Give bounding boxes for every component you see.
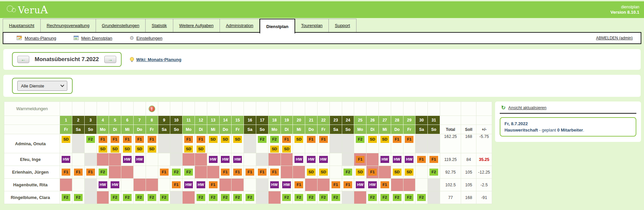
roster-cell-day-21[interactable]: F1 — [305, 134, 318, 153]
tab-support[interactable]: Support — [329, 19, 356, 32]
roster-cell-day-14[interactable] — [219, 179, 232, 191]
shift-chip-HW[interactable]: HW — [233, 156, 242, 163]
roster-cell-day-20[interactable]: HW — [293, 153, 305, 166]
roster-cell-day-31[interactable] — [428, 179, 440, 191]
roster-cell-day-28[interactable]: F1 — [391, 134, 403, 153]
roster-cell-day-25[interactable]: HW — [354, 179, 366, 191]
roster-cell-day-22[interactable] — [317, 179, 329, 191]
tab-statistik[interactable]: Statistik — [146, 19, 173, 32]
roster-cell-day-30[interactable] — [415, 179, 428, 191]
roster-cell-day-15[interactable] — [232, 179, 244, 191]
roster-cell-day-10[interactable]: F2 — [170, 166, 183, 179]
roster-cell-day-17[interactable]: F2 — [256, 134, 268, 153]
roster-cell-day-27[interactable]: F1 — [378, 179, 391, 191]
shift-chip-SD[interactable]: SD — [221, 136, 230, 143]
roster-cell-day-21[interactable] — [305, 179, 318, 191]
shift-chip-F2[interactable]: F2 — [331, 194, 340, 201]
shift-chip-F1[interactable]: F1 — [380, 181, 389, 188]
shift-chip-F1[interactable]: F1 — [246, 169, 254, 176]
shift-chip-HW[interactable]: HW — [405, 156, 413, 163]
shift-chip-SD[interactable]: SD — [380, 136, 389, 143]
shift-chip-HW[interactable]: HW — [380, 156, 389, 163]
roster-cell-day-24[interactable] — [342, 134, 354, 153]
shift-chip-F2[interactable]: F2 — [270, 136, 279, 143]
tab-grundeinstellungen[interactable]: Grundeinstellungen — [96, 19, 146, 32]
shift-chip-F1[interactable]: F1 — [258, 169, 267, 176]
shift-chip-F1[interactable]: F1 — [343, 181, 352, 188]
logout-link[interactable]: ABMELDEN (admin) — [596, 36, 633, 40]
shift-chip-SD[interactable]: SD — [405, 169, 413, 176]
roster-cell-day-12[interactable] — [195, 153, 207, 166]
shift-chip-F2[interactable]: F2 — [74, 194, 83, 201]
roster-cell-day-4[interactable] — [97, 191, 109, 204]
refresh-link[interactable]: Ansicht aktualisieren — [508, 106, 547, 110]
roster-cell-day-11[interactable]: HW — [183, 179, 195, 191]
wiki-link[interactable]: Wiki: Monats-Planung — [136, 57, 182, 62]
roster-cell-day-18[interactable]: HW — [268, 179, 281, 191]
shift-chip-SD[interactable]: SD — [209, 136, 218, 143]
roster-cell-day-1[interactable]: SD — [60, 134, 72, 153]
roster-cell-day-11[interactable] — [183, 191, 195, 204]
next-month-button[interactable]: → — [104, 56, 116, 63]
shift-chip-HW[interactable]: HW — [209, 156, 218, 163]
roster-cell-day-12[interactable]: HW — [195, 179, 207, 191]
roster-cell-day-2[interactable] — [72, 179, 85, 191]
roster-cell-day-31[interactable]: F1 — [428, 153, 440, 166]
roster-cell-day-15[interactable]: SD — [232, 134, 244, 153]
roster-cell-day-21[interactable]: SD — [305, 166, 318, 179]
roster-cell-day-6[interactable]: F2 — [121, 191, 134, 204]
roster-cell-day-13[interactable]: SD — [207, 134, 219, 153]
roster-cell-day-7[interactable]: F2 — [134, 191, 146, 204]
shift-chip-F1[interactable]: F1 — [172, 181, 181, 188]
shift-chip-F2[interactable]: F2 — [319, 194, 328, 201]
shift-chip-F2[interactable]: F2 — [258, 136, 267, 143]
roster-cell-day-15[interactable]: HW — [232, 153, 244, 166]
roster-cell-day-4[interactable]: F1SD — [97, 134, 109, 153]
tab-weitere-aufgaben[interactable]: Weitere Aufgaben — [173, 19, 220, 32]
roster-cell-day-5[interactable]: F1SD — [109, 134, 121, 153]
roster-cell-day-30[interactable]: F2 — [415, 191, 428, 204]
shift-chip-F1[interactable]: F1 — [197, 136, 205, 143]
shift-chip-F2[interactable]: F2 — [417, 194, 426, 201]
shift-chip-SD[interactable]: SD — [319, 169, 328, 176]
roster-cell-day-16[interactable] — [244, 134, 256, 153]
roster-cell-day-11[interactable]: F2 — [183, 166, 195, 179]
roster-cell-day-9[interactable] — [158, 134, 170, 153]
shift-chip-HW[interactable]: HW — [393, 156, 401, 163]
roster-cell-day-16[interactable] — [244, 179, 256, 191]
shift-chip-F2[interactable]: F2 — [99, 169, 107, 176]
shift-chip-HW[interactable]: HW — [356, 181, 364, 188]
roster-cell-day-20[interactable]: SD — [293, 134, 305, 153]
shift-chip-F1[interactable]: F1 — [148, 136, 156, 143]
roster-cell-day-2[interactable]: F1 — [72, 166, 85, 179]
roster-cell-day-31[interactable] — [428, 134, 440, 153]
roster-cell-day-6[interactable] — [121, 179, 134, 191]
tab-hauptansicht[interactable]: Hauptansicht — [3, 19, 41, 32]
shift-chip-HW[interactable]: HW — [99, 181, 107, 188]
roster-cell-day-7[interactable] — [134, 179, 146, 191]
roster-cell-day-2[interactable] — [72, 134, 85, 153]
shift-chip-F1[interactable]: F1 — [295, 181, 303, 188]
shift-chip-SD[interactable]: SD — [282, 146, 291, 153]
shift-chip-SD[interactable]: SD — [184, 146, 193, 153]
shift-chip-F2[interactable]: F2 — [307, 194, 316, 201]
roster-cell-day-3[interactable] — [84, 191, 97, 204]
roster-cell-day-13[interactable]: F1 — [207, 179, 219, 191]
roster-cell-day-16[interactable] — [244, 153, 256, 166]
shift-chip-F1[interactable]: F1 — [135, 136, 144, 143]
roster-cell-day-26[interactable] — [366, 153, 379, 166]
roster-cell-day-5[interactable]: F2 — [109, 191, 121, 204]
roster-cell-day-31[interactable] — [428, 191, 440, 204]
roster-cell-day-5[interactable] — [109, 166, 121, 179]
roster-cell-day-24[interactable]: F2 — [342, 166, 354, 179]
shift-chip-F1[interactable]: F1 — [282, 136, 291, 143]
shift-chip-F1[interactable]: F1 — [405, 136, 413, 143]
shift-chip-HW[interactable]: HW — [135, 156, 144, 163]
einstellungen-link[interactable]: Einstellungen — [136, 36, 162, 41]
roster-cell-day-19[interactable]: F2 — [281, 191, 293, 204]
roster-cell-day-31[interactable]: F2 — [428, 166, 440, 179]
shift-chip-F1[interactable]: F1 — [368, 169, 377, 176]
roster-cell-day-10[interactable] — [170, 191, 183, 204]
shift-chip-HW[interactable]: HW — [270, 181, 279, 188]
warning-icon[interactable]: ! — [149, 106, 155, 112]
